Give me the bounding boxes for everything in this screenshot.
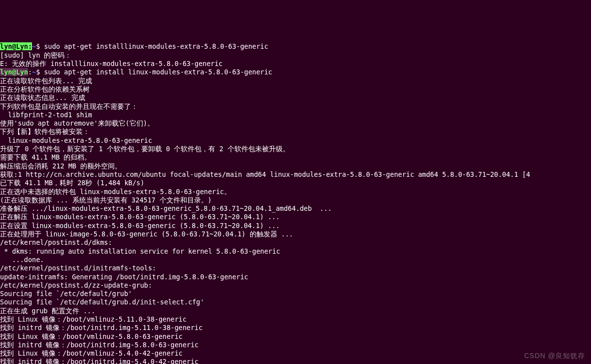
command-1: sudo apt-get installlinux-modules-extra-… (44, 42, 268, 50)
prompt-1: lyn@Lyn:~$ sudo apt-get installlinux-mod… (0, 42, 268, 50)
output-line: linux-modules-extra-5.8.0-63-generic (0, 136, 152, 144)
output-line: 找到 Linux 镜像：/boot/vmlinuz-5.11.0-38-gene… (0, 315, 187, 323)
output-line: 正在分析软件包的依赖关系树 (0, 85, 90, 93)
command-2: sudo apt-get install linux-modules-extra… (44, 68, 272, 76)
output-line: E: 无效的操作 installlinux-modules-extra-5.8.… (0, 60, 223, 67)
output-line: 已下载 41.1 MB，耗时 28秒 (1,484 kB/s) (0, 179, 144, 187)
output-line: /etc/kernel/postinst.d/dkms: (0, 238, 112, 246)
prompt-2: lyn@Lyn:~$ sudo apt-get install linux-mo… (0, 68, 272, 76)
output-line: 正在处理用于 linux-image-5.8.0-63-generic (5.8… (0, 230, 293, 238)
output-line: 正在设置 linux-modules-extra-5.8.0-63-generi… (0, 222, 280, 230)
output-line: 升级了 0 个软件包，新安装了 1 个软件包，要卸载 0 个软件包，有 2 个软… (0, 145, 290, 153)
output-line: ...done. (0, 256, 44, 264)
output-line: 找到 initrd 镜像：/boot/initrd.img-5.8.0-63-g… (0, 341, 198, 349)
output-line: update-initramfs: Generating /boot/initr… (0, 273, 248, 281)
output-line: * dkms: running auto installation servic… (0, 247, 280, 255)
output-line: Sourcing file `/etc/default/grub' (0, 290, 132, 298)
output-line: [sudo] lyn 的密码： (0, 51, 71, 59)
output-line: Sourcing file `/etc/default/grub.d/init-… (0, 298, 204, 306)
output-line: 解压缩后会消耗 212 MB 的额外空间。 (0, 162, 122, 170)
output-line: (正在读取数据库 ... 系统当前共安装有 324517 个文件和目录。) (0, 196, 212, 204)
output-line: 正在读取软件包列表... 完成 (0, 77, 92, 85)
output-line: 找到 Linux 镜像：/boot/vmlinuz-5.8.0-63-gener… (0, 332, 183, 340)
output-line: 正在解压 linux-modules-extra-5.8.0-63-generi… (0, 213, 280, 221)
cwd: ~ (32, 42, 36, 50)
user-host: lyn@Lyn (0, 68, 28, 76)
cwd: ~ (32, 68, 36, 76)
output-line: /etc/kernel/postinst.d/initramfs-tools: (0, 264, 156, 272)
output-line: 使用'sudo apt autoremove'来卸载它(它们)。 (0, 119, 154, 127)
user-host: lyn@Lyn (0, 42, 28, 50)
output-line: 找到 initrd 镜像：/boot/initrd.img-5.11.0-38-… (0, 324, 202, 331)
output-line: 找到 initrd 镜像：/boot/initrd.img-5.4.0-42-g… (0, 358, 198, 364)
output-line: libfprint-2-tod1 shim (0, 111, 92, 119)
output-line: 需要下载 41.1 MB 的归档。 (0, 153, 91, 161)
output-line: 正在生成 grub 配置文件 ... (0, 307, 95, 315)
output-line: 获取:1 http://cn.archive.ubuntu.com/ubuntu… (0, 170, 530, 178)
output-line: /etc/kernel/postinst.d/zz-update-grub: (0, 281, 152, 289)
watermark: CSDN @良知犹存 (524, 352, 585, 360)
output-line: 下列软件包是自动安装的并且现在不需要了： (0, 102, 138, 110)
output-line: 找到 Linux 镜像：/boot/vmlinuz-5.4.0-42-gener… (0, 349, 183, 357)
output-line: 准备解压 .../linux-modules-extra-5.8.0-63-ge… (0, 204, 332, 212)
output-line: 正在读取状态信息... 完成 (0, 94, 85, 101)
terminal-output[interactable]: lyn@Lyn:~$ sudo apt-get installlinux-mod… (0, 34, 591, 364)
output-line: 正在选中未选择的软件包 linux-modules-extra-5.8.0-63… (0, 188, 231, 196)
output-line: 下列【新】软件包将被安装： (0, 128, 90, 135)
